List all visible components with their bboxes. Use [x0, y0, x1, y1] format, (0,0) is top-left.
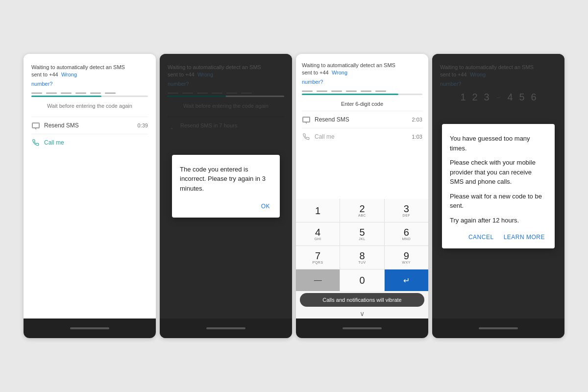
screen1-number-link[interactable]: number? [31, 81, 148, 87]
s3-dot-3 [331, 91, 342, 92]
screen3-resend-timer: 2:03 [412, 117, 422, 122]
screen2-dialog-actions: OK [180, 201, 272, 212]
screen1: Waiting to automatically detect an SMS s… [24, 54, 156, 338]
screen1-call-label[interactable]: Call me [44, 139, 148, 146]
screen2-ok-button[interactable]: OK [259, 201, 272, 212]
screen3-sms-icon [302, 115, 311, 124]
screen1-bottom-bar [24, 318, 156, 338]
screen1-header: Waiting to automatically detect an SMS s… [31, 64, 148, 79]
screen2-home-indicator [206, 327, 245, 329]
screen1-call-row: Call me [31, 134, 148, 151]
s3-dot-5 [361, 91, 371, 92]
numpad-key-4[interactable]: 4 GHI [296, 222, 340, 245]
screen3-code-dots [302, 91, 422, 92]
numpad-key-9[interactable]: 9 WXY [385, 246, 428, 269]
screen1-wrong-link[interactable]: Wrong [61, 72, 77, 77]
code-dot-4 [75, 93, 86, 94]
screen4-dialog-msg1: You have guessed too many times. [450, 134, 547, 153]
screen3-resend-label[interactable]: Resend SMS [315, 116, 412, 123]
screen4: Waiting to automatically detect an SMS s… [432, 54, 564, 338]
screen3-header: Waiting to automatically detect an SMS s… [302, 62, 422, 77]
screen2: Waiting to automatically detect an SMS s… [160, 54, 292, 338]
screen3-header-line1: Waiting to automatically detect an SMS [302, 62, 395, 68]
screens-container: Waiting to automatically detect an SMS s… [14, 44, 574, 348]
screen1-header-line2: sent to +44 [31, 72, 58, 77]
code-dot-5 [90, 93, 101, 94]
s3-dot-6 [375, 91, 386, 92]
screen1-progress-bar [31, 96, 148, 97]
screen3-call-label[interactable]: Call me [315, 133, 412, 140]
numpad-enter[interactable]: ↵ [385, 270, 428, 291]
numpad-key-1[interactable]: 1 [296, 199, 340, 222]
screen3-bottom-bar [296, 318, 428, 338]
screen1-header-line1: Waiting to automatically detect an SMS [31, 64, 125, 70]
screen1-resend-timer: 0:39 [138, 122, 148, 128]
screen4-dialog-actions: CANCEL LEARN MORE [450, 232, 547, 243]
code-dot-3 [61, 93, 72, 94]
s3-dot-4 [346, 91, 357, 92]
numpad-key-2[interactable]: 2 ABC [340, 199, 384, 222]
screen2-dialog: The code you entered is incorrect. Pleas… [172, 155, 280, 218]
screen3-phone-icon [302, 132, 311, 141]
screen4-home-indicator [479, 327, 518, 329]
screen1-status-text: Wait before entering the code again [31, 103, 148, 109]
screen3-call-row: Call me 1:03 [302, 128, 422, 145]
screen1-resend-row: Resend SMS 0:39 [31, 117, 148, 134]
screen3-number-link[interactable]: number? [302, 79, 422, 85]
screen1-resend-label[interactable]: Resend SMS [44, 122, 138, 129]
screen3-progress-fill [302, 94, 398, 95]
numpad-key-3[interactable]: 3 DEF [385, 199, 428, 222]
code-dot-6 [105, 93, 116, 94]
screen3-progress-bar [302, 94, 422, 95]
screen1-sms-icon [31, 121, 40, 130]
numpad-key-5[interactable]: 5 JKL [340, 222, 384, 245]
screen4-bottom-bar [432, 318, 564, 338]
screen1-code-dots [31, 93, 148, 94]
numpad-key-7[interactable]: 7 PQRS [296, 246, 340, 269]
screen3-call-timer: 1:03 [412, 134, 422, 140]
numpad-key-6[interactable]: 6 MNO [385, 222, 428, 245]
screen4-dialog: You have guessed too many times. Please … [442, 124, 555, 248]
code-dot-1 [31, 93, 42, 94]
screen3: Waiting to automatically detect an SMS s… [296, 54, 428, 338]
screen1-home-indicator [70, 327, 109, 329]
screen2-bottom-bar [160, 318, 292, 338]
screen3-chevron[interactable]: ∨ [296, 309, 428, 318]
screen4-dialog-msg4: Try again after 12 hours. [450, 216, 547, 225]
screen2-dialog-overlay: The code you entered is incorrect. Pleas… [160, 54, 292, 318]
screen3-content: Waiting to automatically detect an SMS s… [296, 54, 428, 199]
screen3-header-line2: sent to +44 [302, 70, 329, 75]
code-dot-2 [46, 93, 57, 94]
numpad-backspace[interactable]: — [296, 270, 340, 291]
screen2-dialog-message: The code you entered is incorrect. Pleas… [180, 165, 272, 194]
screen4-dialog-msg3: Please wait for a new code to be sent. [450, 192, 547, 211]
numpad-key-0[interactable]: 0 [340, 270, 384, 291]
screen1-content: Waiting to automatically detect an SMS s… [24, 54, 156, 318]
screen4-dialog-overlay: You have guessed too many times. Please … [432, 54, 564, 318]
s3-dot-1 [302, 91, 313, 92]
screen3-home-indicator [343, 327, 382, 329]
screen3-resend-row: Resend SMS 2:03 [302, 111, 422, 128]
screen3-wrong-link[interactable]: Wrong [332, 70, 347, 75]
screen3-numpad: 1 2 ABC 3 DEF 4 GHI 5 JKL 6 MNO [296, 199, 428, 291]
screen4-dialog-msg2: Please check with your mobile provider t… [450, 158, 547, 187]
screen4-cancel-button[interactable]: CANCEL [466, 232, 496, 243]
screen4-learn-more-button[interactable]: LEARN MORE [502, 232, 547, 243]
screen1-progress-fill [31, 96, 101, 97]
s3-dot-2 [317, 91, 327, 92]
screen1-phone-icon [31, 138, 40, 147]
screen3-vibrate-toast: Calls and notifications will vibrate [300, 293, 424, 307]
screen3-enter-code: Enter 6-digit code [302, 101, 422, 107]
numpad-key-8[interactable]: 8 TUV [340, 246, 384, 269]
